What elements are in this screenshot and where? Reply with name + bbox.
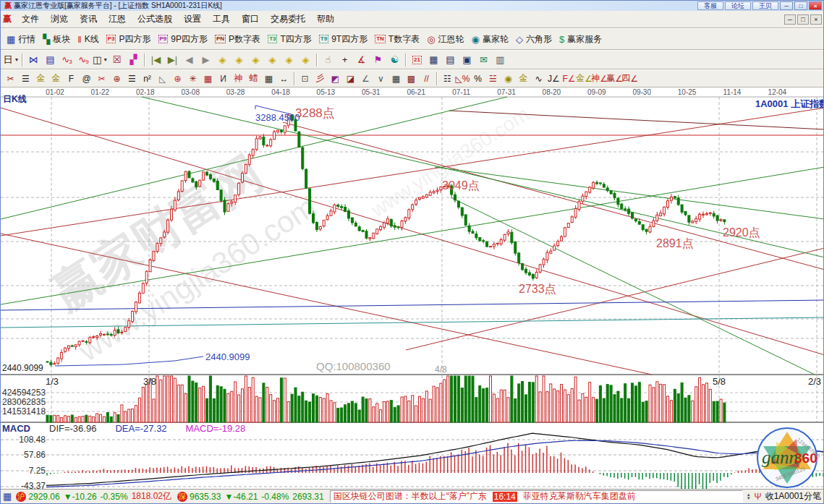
n-wave-icon[interactable]: И [216,72,231,85]
restore-button[interactable]: □ [794,1,807,10]
menu-设置[interactable]: 设置 [178,12,207,27]
p-square-button[interactable]: P3P四方形 [103,30,155,48]
target-circle-icon[interactable]: ⊕ [170,72,185,85]
calculator-icon[interactable]: ▦ [425,52,442,67]
kline-button[interactable]: ‖K线 [74,30,102,48]
candle-gann-icon[interactable]: 蜡 [246,72,261,85]
zigzag-icon[interactable]: ∨ [373,72,388,85]
percent-angle-icon[interactable]: ◺% [455,72,470,85]
notepad-icon[interactable]: ▤ [442,52,459,67]
compress-h-icon[interactable]: ◈ [264,52,281,67]
child-restore-button[interactable]: □ [797,14,809,25]
square-fill-2-icon[interactable]: ◪ [343,72,358,85]
info-panel-icon[interactable]: ▤ [42,52,59,67]
percent-lines-icon[interactable]: ☱ [485,72,501,85]
menu-浏览[interactable]: 浏览 [45,12,74,27]
quotes-grid-icon[interactable]: ▦ [3,491,12,502]
child-close-button[interactable]: × [810,14,822,25]
gann-fan-icon[interactable]: 彡 [313,72,328,85]
expand-v-icon[interactable]: ◈ [281,52,297,67]
winner-service-button[interactable]: $赢家服务 [556,30,606,48]
pan-hand-icon[interactable]: ☝ [320,52,336,67]
menu-交易委托[interactable]: 交易委托 [265,12,311,27]
crosshair-icon[interactable]: + [336,52,353,67]
t-square-button[interactable]: T3T四方形 [264,30,315,48]
gold-angle-icon[interactable]: 金∠ [577,72,592,85]
gann-compass-icon[interactable]: ⊕ [109,72,124,85]
grid-shaded-icon[interactable]: ▩ [404,72,419,85]
angle-ruler-icon[interactable]: ◺ [155,72,170,85]
print-icon[interactable]: ▥ [492,52,509,67]
zoom-right-icon[interactable]: ◈ [231,52,247,67]
spider-web-icon[interactable]: ✳ [185,72,200,85]
price-lines-icon[interactable]: ☰ [124,72,140,85]
magic-gann-icon[interactable]: 神 [231,72,246,85]
gold-section-h-icon[interactable]: 金 [33,72,48,85]
four-angle-icon[interactable]: 四∠ [622,72,637,85]
p-number-table-button[interactable]: PNP数字表 [211,30,264,48]
first-bar-icon[interactable]: |◀ [148,52,164,67]
square-web-icon[interactable]: ▦ [200,72,216,85]
gold-level-icon[interactable]: 金 [516,72,531,85]
menu-窗口[interactable]: 窗口 [236,12,265,27]
t-number-table-button[interactable]: TNT数字表 [371,30,423,48]
menu-资讯[interactable]: 资讯 [74,12,103,27]
menu-江恩[interactable]: 江恩 [103,12,132,27]
child-minimize-button[interactable]: ─ [784,14,796,25]
news-ticker[interactable]: 国区块链公司图谱：半数以上“落户”广东 16:14 菲亚特克莱斯勒汽车集团盘前 [330,490,743,503]
winner-angle-icon[interactable]: 赢∠ [607,72,622,85]
grid-123-icon[interactable]: ▦ [261,72,276,85]
titlebar-button-1[interactable]: 论坛 [725,1,751,10]
j-angle-icon[interactable]: J∠ [546,72,561,85]
menu-文件[interactable]: 文件 [16,12,45,27]
cut-tool-icon[interactable]: ✂ [3,72,18,85]
expand-h-icon[interactable]: ◈ [247,52,264,67]
menu-公式选股[interactable]: 公式选股 [132,12,178,27]
knife-icon[interactable]: ✂ [94,72,109,85]
gold-section-v-icon[interactable]: 金 [48,72,64,85]
9t-square-button[interactable]: T99T四方形 [315,30,371,48]
magic-angle-icon[interactable]: 神∠ [592,72,607,85]
trend-angles-icon[interactable]: ∠ [358,72,373,85]
gold-circle-icon[interactable]: ◉ [501,72,516,85]
parallel-lines-icon[interactable]: // [419,72,434,85]
compress-v-icon[interactable]: ◈ [297,52,314,67]
pattern-icon[interactable]: ⋈ [25,52,42,67]
last-bar-icon[interactable]: ▶| [164,52,181,67]
f-angle-icon[interactable]: F∠ [561,72,577,85]
zoom-left-icon[interactable]: ◈ [214,52,231,67]
grid-dense-icon[interactable]: ▦ [388,72,404,85]
save-icon[interactable]: ▣ [459,52,475,67]
hexagon-button[interactable]: ◇六角形 [512,30,556,48]
h-measure-icon[interactable]: ↔ [276,72,292,85]
box-tool-icon[interactable]: ⊡ [297,72,313,85]
winner-wheel-button[interactable]: ◉赢家轮 [468,30,512,48]
candle-style-icon[interactable]: ◫▼ [92,52,109,67]
ticker-scroll-buttons[interactable]: ▲▼ [747,493,751,500]
square-fill-1-icon[interactable]: ◩ [328,72,343,85]
prev-bar-icon[interactable]: ◀ [181,52,197,67]
calendar-icon[interactable]: 21 [409,52,425,67]
minimize-button[interactable]: ─ [780,1,793,10]
gann-frame-icon[interactable]: ☒ [109,52,125,67]
titlebar-button-2[interactable]: 王贝 [752,1,778,10]
wave-9-icon[interactable]: ∿9 [75,52,92,67]
menu-工具[interactable]: 工具 [207,12,236,27]
level-123-icon[interactable]: ☷ [440,72,455,85]
mark-flag-icon[interactable]: ⚑ [370,52,386,67]
color-chart-icon[interactable]: ▞ [125,52,142,67]
gann-wheel-button[interactable]: ◎江恩轮 [423,30,467,48]
period-daily-icon[interactable]: 日▼ [3,52,20,67]
spiral-icon[interactable]: @ [79,72,94,85]
9p-square-button[interactable]: P99P四方形 [155,30,211,48]
next-bar-icon[interactable]: ▶ [197,52,214,67]
smart-analysis-icon[interactable]: ☯ [386,52,403,67]
menu-帮助[interactable]: 帮助 [311,12,340,27]
wave-3-icon[interactable]: ∿3 [59,52,75,67]
square-numbers-icon[interactable]: n² [140,72,155,85]
send-mail-icon[interactable]: ✉ [475,52,492,67]
close-button[interactable]: × [809,1,822,10]
fib-lines-icon[interactable]: ☰ [18,72,33,85]
wave-knife-icon[interactable]: ∿ [531,72,546,85]
percent-icon[interactable]: % [470,72,485,85]
